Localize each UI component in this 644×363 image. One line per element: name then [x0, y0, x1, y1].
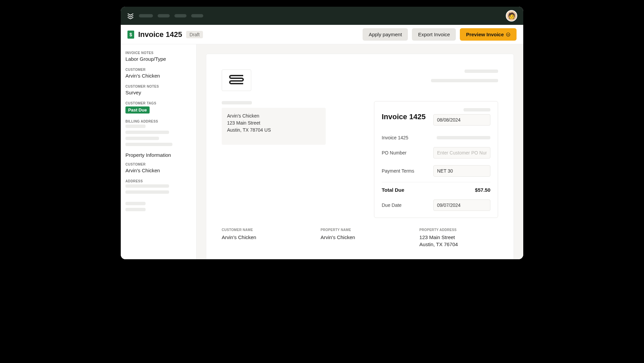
- property-customer-value: Arvin's Chicken: [125, 168, 192, 173]
- nav-placeholder: [158, 14, 170, 17]
- preview-invoice-label: Preview Invoice: [466, 32, 504, 37]
- property-address-label: PROPERTY ADDRESS: [419, 228, 498, 232]
- invoice-notes-label: INVOICE NOTES: [125, 51, 192, 55]
- skeleton: [125, 137, 159, 140]
- billing-address-label: BILLING ADDRESS: [125, 120, 192, 123]
- sheet-head-right: [431, 70, 498, 91]
- company-logo: [222, 70, 251, 91]
- skeleton: [125, 184, 169, 188]
- invoice-summary-card: Invoice 1425 Invoice 1425 PO Number: [374, 101, 498, 218]
- sidebar: INVOICE NOTES Labor Group/Type CUSTOMER …: [121, 44, 197, 259]
- customer-notes-label: CUSTOMER NOTES: [125, 85, 192, 88]
- skeleton: [464, 108, 490, 111]
- skeleton: [437, 136, 490, 139]
- due-date-label: Due Date: [382, 202, 401, 208]
- toolbar: $ Invoice 1425 Draft Apply payment Expor…: [121, 25, 523, 44]
- main-area: Arvin's Chicken 123 Main Street Austin, …: [197, 44, 523, 259]
- po-number-label: PO Number: [382, 150, 407, 155]
- svg-point-0: [506, 33, 510, 36]
- property-name-value: Arvin's Chicken: [321, 234, 399, 241]
- due-date-input[interactable]: [433, 199, 490, 211]
- preview-invoice-button[interactable]: Preview Invoice: [460, 28, 517, 41]
- payment-terms-label: Payment Terms: [382, 168, 414, 174]
- skeleton: [125, 202, 146, 205]
- address-label: ADDRESS: [125, 179, 192, 183]
- bill-to-street: 123 Main Street: [227, 120, 320, 127]
- company-logo-icon: [226, 73, 247, 88]
- total-due-value: $57.50: [475, 187, 490, 193]
- invoice-title: Invoice 1425: [382, 112, 426, 121]
- property-info-heading: Property Information: [125, 152, 192, 158]
- customer-notes-value: Survey: [125, 90, 192, 95]
- content-body: INVOICE NOTES Labor Group/Type CUSTOMER …: [121, 44, 523, 259]
- titlebar: 🧑: [121, 7, 523, 25]
- page-title: Invoice 1425: [138, 30, 182, 39]
- bill-to-city: Austin, TX 78704 US: [227, 127, 320, 134]
- skeleton: [222, 101, 252, 104]
- customer-label: CUSTOMER: [125, 68, 192, 72]
- property-name-label: PROPERTY NAME: [321, 228, 399, 232]
- property-address-value: 123 Main Street Austin, TX 76704: [419, 234, 498, 248]
- skeleton: [125, 125, 146, 128]
- nav-placeholder: [174, 14, 186, 17]
- export-invoice-button[interactable]: Export Invoice: [412, 28, 456, 41]
- past-due-tag: Past Due: [125, 106, 150, 114]
- skeleton: [125, 190, 169, 194]
- skeleton: [465, 70, 498, 73]
- status-badge: Draft: [186, 31, 203, 38]
- customer-name-value: Arvin's Chicken: [222, 234, 301, 241]
- app-window: 🧑 $ Invoice 1425 Draft Apply payment Exp…: [121, 7, 523, 259]
- bill-to-name: Arvin's Chicken: [227, 112, 320, 120]
- nav-placeholder: [191, 14, 203, 17]
- nav-placeholder: [139, 14, 153, 17]
- app-logo-icon: [127, 12, 134, 19]
- invoice-number-label: Invoice 1425: [382, 135, 408, 140]
- skeleton: [125, 131, 169, 134]
- skeleton: [431, 79, 498, 82]
- invoice-notes-value: Labor Group/Type: [125, 56, 192, 62]
- chevron-down-icon: [506, 32, 511, 37]
- apply-payment-button[interactable]: Apply payment: [363, 28, 408, 41]
- customer-tags-label: CUSTOMER TAGS: [125, 101, 192, 105]
- skeleton: [125, 143, 172, 146]
- po-number-input[interactable]: [433, 147, 490, 158]
- customer-value: Arvin's Chicken: [125, 73, 192, 79]
- bill-to-block[interactable]: Arvin's Chicken 123 Main Street Austin, …: [222, 108, 326, 145]
- total-due-label: Total Due: [382, 187, 404, 193]
- skeleton: [125, 208, 146, 211]
- property-customer-label: CUSTOMER: [125, 163, 192, 166]
- user-avatar[interactable]: 🧑: [506, 10, 517, 21]
- invoice-dollar-icon: $: [127, 31, 134, 39]
- invoice-date-input[interactable]: [433, 114, 490, 126]
- customer-name-label: CUSTOMER NAME: [222, 228, 301, 232]
- payment-terms-input[interactable]: [433, 165, 490, 177]
- invoice-sheet: Arvin's Chicken 123 Main Street Austin, …: [206, 54, 514, 259]
